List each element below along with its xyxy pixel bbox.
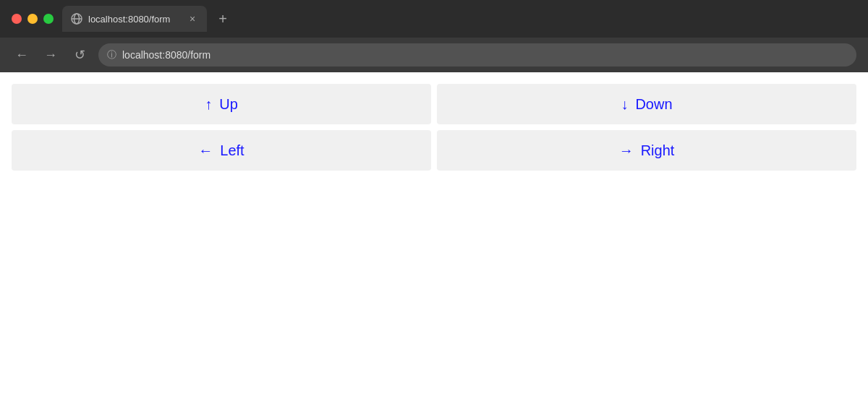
left-arrow-icon: ← bbox=[198, 142, 213, 159]
up-arrow-icon: ↑ bbox=[205, 96, 212, 113]
tab-title: localhost:8080/form bbox=[88, 14, 181, 25]
info-icon: ⓘ bbox=[107, 48, 116, 61]
active-tab[interactable]: localhost:8080/form × bbox=[62, 6, 207, 32]
address-text: localhost:8080/form bbox=[122, 49, 210, 61]
nav-bar: ← → ↺ ⓘ localhost:8080/form bbox=[0, 38, 868, 72]
new-tab-button[interactable]: + bbox=[213, 9, 233, 29]
right-label: Right bbox=[641, 142, 675, 159]
tab-favicon-icon bbox=[71, 13, 82, 25]
title-bar: localhost:8080/form × + bbox=[0, 0, 868, 38]
forward-button[interactable]: → bbox=[41, 45, 61, 65]
traffic-lights bbox=[12, 14, 54, 24]
right-arrow-icon: → bbox=[619, 142, 634, 159]
address-bar[interactable]: ⓘ localhost:8080/form bbox=[98, 43, 856, 67]
right-button[interactable]: → Right bbox=[437, 130, 856, 171]
page-content: ↑ Up ↓ Down ← Left → Right bbox=[0, 72, 868, 182]
down-button[interactable]: ↓ Down bbox=[437, 84, 856, 124]
reload-button[interactable]: ↺ bbox=[69, 45, 90, 65]
tab-close-icon[interactable]: × bbox=[187, 13, 198, 25]
close-button[interactable] bbox=[12, 14, 22, 24]
left-button[interactable]: ← Left bbox=[12, 130, 431, 171]
down-label: Down bbox=[635, 96, 672, 113]
up-button[interactable]: ↑ Up bbox=[12, 84, 431, 124]
down-arrow-icon: ↓ bbox=[621, 96, 628, 113]
up-label: Up bbox=[219, 96, 238, 113]
back-button[interactable]: ← bbox=[12, 45, 32, 65]
left-label: Left bbox=[220, 142, 244, 159]
maximize-button[interactable] bbox=[43, 14, 54, 24]
minimize-button[interactable] bbox=[27, 14, 38, 24]
tab-bar: localhost:8080/form × + bbox=[62, 6, 856, 32]
